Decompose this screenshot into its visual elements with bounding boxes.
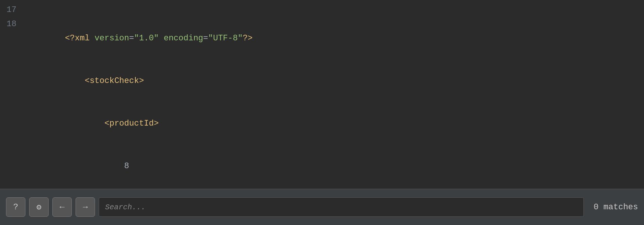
line-content: 8 [22,145,644,188]
help-icon: ? [13,203,18,212]
back-icon: ← [59,203,64,212]
toolbar: ? ⚙ ← → 0 matches [0,189,644,225]
search-input[interactable] [99,197,584,217]
line-content: <?xml version="1.0" encoding="UTF-8"?> [22,17,644,60]
settings-button[interactable]: ⚙ [29,197,49,217]
code-line: </productId> [0,188,644,189]
line-number: 17 [0,3,22,17]
line-content: <productId> [22,102,644,145]
code-line: <stockCheck> [0,60,644,102]
line-content: </productId> [22,188,644,189]
forward-icon: → [83,203,88,212]
back-button[interactable]: ← [52,197,72,217]
editor-container: 17 18 <?xml version="1.0" encoding="UTF-… [0,0,644,225]
code-line: 8 [0,145,644,188]
forward-button[interactable]: → [76,197,95,217]
help-button[interactable]: ? [6,197,25,217]
settings-icon: ⚙ [36,202,41,212]
code-line: 17 [0,3,644,17]
code-line: 18 <?xml version="1.0" encoding="UTF-8"?… [0,17,644,60]
code-line: <productId> [0,102,644,145]
code-area: 17 18 <?xml version="1.0" encoding="UTF-… [0,0,644,189]
line-content: <stockCheck> [22,60,644,102]
line-number: 18 [0,17,22,31]
match-count: 0 matches [588,203,638,212]
